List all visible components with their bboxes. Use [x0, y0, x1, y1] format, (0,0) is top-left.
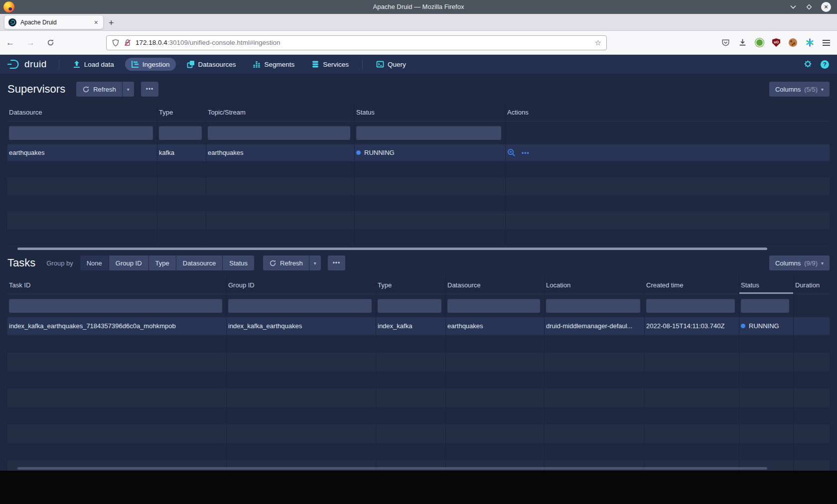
supervisor-row[interactable]: earthquakes kafka earthquakes RUNNING ••…	[7, 144, 830, 161]
druid-logo[interactable]: druid	[0, 59, 54, 70]
refresh-label: Refresh	[280, 259, 303, 267]
column-header-type[interactable]: Type	[157, 103, 206, 122]
column-header-topic-stream[interactable]: Topic/Stream	[206, 103, 355, 122]
supervisors-refresh-dropdown-button[interactable]: ▾	[123, 82, 134, 97]
column-header-task-id[interactable]: Task ID	[7, 275, 227, 294]
table-row-empty	[7, 161, 830, 178]
supervisors-refresh-button[interactable]: Refresh	[76, 82, 122, 97]
filter-input-task-id[interactable]	[9, 299, 222, 313]
menu-icon[interactable]	[823, 40, 830, 46]
extension-asterisk-icon[interactable]	[806, 38, 814, 47]
reload-icon[interactable]	[41, 39, 60, 46]
filter-input-group-id[interactable]	[228, 299, 372, 313]
refresh-label: Refresh	[93, 86, 116, 93]
window-minimize-icon[interactable]	[789, 3, 797, 11]
status-dot	[356, 150, 361, 155]
cell-type: kafka	[157, 144, 206, 161]
pocket-icon[interactable]	[721, 38, 730, 47]
filter-input-type[interactable]	[378, 299, 441, 313]
group-by-none-button[interactable]: None	[80, 255, 109, 270]
load-data-icon	[73, 60, 81, 68]
column-header-status[interactable]: Status	[355, 103, 506, 122]
druid-logo-icon	[7, 59, 21, 70]
tab-close-icon[interactable]: ×	[93, 18, 99, 26]
insecure-lock-icon[interactable]	[124, 39, 132, 47]
tasks-table: Task ID Group ID Type Datasource Locatio…	[7, 275, 830, 471]
cell-datasource: earthquakes	[7, 144, 157, 161]
filter-input-location[interactable]	[546, 299, 640, 313]
back-icon[interactable]: ←	[0, 38, 20, 48]
filter-input-status[interactable]	[741, 299, 789, 313]
caret-down-icon: ▾	[314, 260, 316, 266]
tracking-shield-icon[interactable]	[112, 39, 120, 47]
column-header-datasource[interactable]: Datasource	[446, 275, 545, 294]
column-header-actions[interactable]: Actions	[506, 103, 830, 122]
filter-input-datasource[interactable]	[447, 299, 540, 313]
table-row-empty	[7, 229, 830, 246]
horizontal-scrollbar[interactable]	[17, 467, 767, 470]
url-host: 172.18.0.4	[136, 39, 167, 46]
downloads-icon[interactable]	[738, 38, 747, 47]
table-row-empty	[7, 443, 830, 461]
bookmark-star-icon[interactable]: ☆	[595, 38, 601, 47]
tasks-title: Tasks	[7, 256, 35, 269]
cell-datasource: earthquakes	[446, 317, 545, 335]
group-by-status-button[interactable]: Status	[223, 255, 254, 270]
ublock-origin-icon[interactable]: uO	[772, 38, 780, 47]
group-by-type-button[interactable]: Type	[149, 255, 176, 270]
window-close-icon[interactable]: ×	[821, 2, 831, 12]
inspect-supervisor-icon[interactable]	[507, 148, 516, 157]
filter-input-datasource[interactable]	[9, 126, 153, 140]
column-header-datasource[interactable]: Datasource	[7, 103, 157, 122]
group-by-datasource-button[interactable]: Datasource	[176, 255, 222, 270]
tab-apache-druid[interactable]: Apache Druid ×	[4, 15, 104, 29]
cell-status: RUNNING	[355, 144, 506, 161]
url-text[interactable]: 172.18.0.4:30109/unified-console.html#in…	[136, 39, 595, 46]
new-tab-button[interactable]: +	[104, 18, 119, 30]
column-header-created-time[interactable]: Created time	[645, 275, 739, 294]
column-header-location[interactable]: Location	[545, 275, 645, 294]
forward-icon[interactable]: →	[20, 38, 41, 48]
supervisors-title: Supervisors	[7, 83, 65, 96]
nav-item-services[interactable]: Services	[305, 58, 355, 71]
druid-navbar: druid Load data Ingestion Datasources Se…	[0, 55, 837, 74]
task-row[interactable]: index_kafka_earthquakes_7184357396d6c0a_…	[7, 317, 830, 335]
window-maximize-icon[interactable]	[805, 3, 813, 11]
tasks-refresh-button[interactable]: Refresh	[263, 255, 309, 270]
filter-input-created-time[interactable]	[646, 299, 735, 313]
settings-gear-icon[interactable]	[803, 60, 813, 69]
cookie-extension-icon[interactable]	[789, 38, 797, 47]
column-header-group-id[interactable]: Group ID	[227, 275, 376, 294]
horizontal-scrollbar[interactable]	[17, 248, 767, 250]
status-dot	[741, 324, 745, 328]
tasks-table-header: Task ID Group ID Type Datasource Locatio…	[7, 275, 830, 294]
supervisor-actions-more-icon[interactable]: •••	[522, 149, 530, 156]
tasks-refresh-dropdown-button[interactable]: ▾	[309, 255, 321, 270]
column-header-status-sorted[interactable]: Status	[739, 275, 794, 294]
cell-actions: •••	[506, 144, 830, 161]
nav-item-query[interactable]: Query	[370, 58, 412, 71]
url-bar[interactable]: 172.18.0.4:30109/unified-console.html#in…	[106, 35, 607, 50]
nav-item-segments[interactable]: Segments	[247, 58, 300, 71]
supervisors-columns-button[interactable]: Columns (5/5) ▾	[769, 82, 830, 97]
nav-item-ingestion[interactable]: Ingestion	[125, 58, 176, 71]
segments-icon	[253, 60, 261, 68]
help-icon[interactable]: ?	[821, 60, 829, 69]
group-by-group-id-button[interactable]: Group ID	[109, 255, 148, 270]
column-header-duration[interactable]: Duration	[794, 275, 830, 294]
supervisors-more-button[interactable]: •••	[141, 82, 159, 97]
tasks-columns-button[interactable]: Columns (9/9) ▾	[769, 255, 830, 270]
nav-item-datasources[interactable]: Datasources	[181, 58, 242, 71]
filter-input-type[interactable]	[159, 126, 202, 140]
column-header-type[interactable]: Type	[376, 275, 446, 294]
columns-count: (9/9)	[804, 259, 818, 267]
filter-input-status[interactable]	[356, 126, 501, 140]
tasks-more-button[interactable]: •••	[328, 255, 346, 270]
nav-item-load-data[interactable]: Load data	[67, 58, 120, 71]
table-row-empty	[7, 335, 830, 353]
extension-green-icon[interactable]	[755, 38, 764, 47]
caret-down-icon: ▾	[127, 87, 130, 92]
supervisors-toolbar: Supervisors Refresh ▾ ••• Columns (5/5) …	[7, 81, 830, 98]
filter-input-topic-stream[interactable]	[208, 126, 350, 140]
refresh-icon	[269, 259, 277, 267]
